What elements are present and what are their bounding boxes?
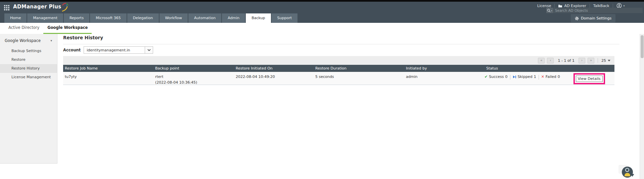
chevron-down-icon	[608, 60, 610, 61]
cell-job-name: tu7yty	[63, 72, 153, 85]
last-page-button[interactable]: »	[588, 58, 594, 63]
divider	[554, 4, 555, 8]
sidebar-item-restore[interactable]: Restore	[0, 55, 57, 64]
admanager-plus-app: ADManager Plus License AD Explorer	[0, 0, 644, 179]
tab-automation[interactable]: Automation	[188, 13, 221, 23]
account-row: Account identitymanagement.in	[63, 46, 153, 54]
page-range-label: 1 - 1 of 1	[558, 58, 574, 63]
chevron-down-icon: ▾	[624, 4, 625, 7]
sidebar-header-google-workspace[interactable]: Google Workspace ▾	[0, 34, 57, 47]
backup-point-name: rtert	[155, 75, 163, 79]
status-failed-count: 0	[558, 75, 560, 79]
status-success: ✔ Success 0	[485, 75, 508, 79]
ad-objects-search: ▾	[546, 8, 643, 13]
sidebar-item-restore-history[interactable]: Restore History	[0, 64, 57, 73]
account-select-value: identitymanagement.in	[84, 48, 145, 52]
tab-management[interactable]: Management	[27, 13, 63, 23]
logo-swoosh-icon	[62, 3, 68, 12]
talkback-link[interactable]: TalkBack	[593, 4, 609, 8]
app-logo-text: ADManager Plus	[13, 4, 61, 10]
view-details-button[interactable]: View Details	[576, 76, 603, 82]
status-skipped: Skipped 1	[513, 75, 536, 79]
divider	[598, 58, 598, 63]
page-title: Restore History	[63, 35, 103, 40]
column-header-duration: Restore Duration	[314, 65, 404, 72]
status-success-count: 0	[505, 75, 508, 79]
column-header-initiated-on: Restore Initiated On	[234, 65, 314, 72]
chat-bubble-tail	[631, 173, 635, 177]
tab-active-directory[interactable]: Active Directory	[4, 23, 43, 34]
ad-explorer-label: AD Explorer	[564, 4, 586, 8]
cell-initiated-on: 2022-08-04 10:49:20	[234, 72, 314, 85]
search-icon	[547, 9, 551, 12]
sidebar-item-backup-settings[interactable]: Backup Settings	[0, 47, 57, 55]
sidebar-item-license-management[interactable]: License Management	[0, 73, 57, 82]
search-scope-button[interactable]: ▾	[546, 8, 553, 13]
restore-history-table: Restore Job Name Backup point Restore In…	[63, 65, 614, 85]
secondary-nav: Active Directory Google Workspace	[0, 23, 644, 34]
prev-page-button[interactable]: ‹	[547, 58, 554, 63]
status-success-label: Success	[489, 75, 504, 79]
sidebar: Google Workspace ▾ Backup Settings Resto…	[0, 34, 57, 164]
tab-reports[interactable]: Reports	[64, 13, 89, 23]
logo-area: ADManager Plus	[4, 4, 68, 12]
folder-icon	[558, 4, 562, 8]
gear-icon	[575, 16, 579, 20]
cell-duration: 5 seconds	[314, 72, 404, 85]
chevron-down-icon: ▾	[551, 9, 552, 12]
chevron-down-icon: ▾	[50, 39, 52, 42]
tab-google-workspace[interactable]: Google Workspace	[43, 23, 92, 34]
column-header-backup-point: Backup point	[153, 65, 234, 72]
domain-settings-button[interactable]: Domain Settings	[571, 14, 615, 23]
divider	[539, 75, 539, 80]
view-details-highlight: View Details	[573, 73, 605, 84]
status-skipped-count: 1	[534, 75, 536, 79]
chevron-down-icon[interactable]	[145, 47, 153, 53]
tab-home[interactable]: Home	[4, 13, 27, 23]
scrollbar-thumb[interactable]	[641, 35, 644, 58]
tab-backup[interactable]: Backup	[246, 13, 271, 23]
license-link[interactable]: License	[537, 4, 551, 8]
divider	[590, 4, 590, 8]
tab-admin[interactable]: Admin	[222, 13, 245, 23]
apps-grid-icon[interactable]	[4, 5, 9, 10]
vertical-scrollbar[interactable]	[640, 34, 644, 179]
page-size-select[interactable]: 25	[601, 58, 610, 63]
chat-person-body	[625, 173, 630, 176]
account-label: Account	[63, 48, 81, 52]
cross-icon: ✕	[541, 75, 544, 79]
cell-initiated-by: admin	[404, 72, 485, 85]
app-header: ADManager Plus License AD Explorer	[0, 2, 644, 13]
column-header-initiated-by: Initiated by	[404, 65, 485, 72]
backup-point-time: (2022-08-04 10:36:45)	[155, 80, 234, 85]
status-failed: ✕ Failed 0	[541, 75, 560, 79]
support-chat-button[interactable]	[622, 167, 633, 178]
app-logo: ADManager Plus	[13, 4, 68, 12]
column-header-status: Status	[485, 65, 614, 72]
chat-person-head	[625, 168, 629, 172]
tab-delegation[interactable]: Delegation	[127, 13, 159, 23]
search-input[interactable]	[553, 8, 643, 13]
primary-nav: Home Management Reports Microsoft 365 De…	[0, 13, 644, 23]
account-select[interactable]: identitymanagement.in	[84, 46, 153, 54]
divider	[613, 4, 613, 8]
tab-microsoft-365[interactable]: Microsoft 365	[90, 13, 127, 23]
divider	[510, 75, 510, 80]
sidebar-header-label: Google Workspace	[5, 38, 41, 43]
tab-support[interactable]: Support	[272, 13, 297, 23]
domain-settings-label: Domain Settings	[581, 16, 611, 20]
pagination-bar: « ‹ 1 - 1 of 1 › » 25	[63, 56, 614, 65]
cell-backup-point: rtert (2022-08-04 10:36:45)	[153, 72, 234, 85]
table-row: tu7yty rtert (2022-08-04 10:36:45) 2022-…	[63, 72, 614, 85]
first-page-button[interactable]: «	[538, 58, 545, 63]
column-header-job-name: Restore Job Name	[63, 65, 153, 72]
check-icon: ✔	[485, 75, 488, 79]
table-header-row: Restore Job Name Backup point Restore In…	[63, 65, 614, 72]
ad-explorer-link[interactable]: AD Explorer	[558, 4, 586, 8]
next-page-button[interactable]: ›	[579, 58, 585, 63]
status-failed-label: Failed	[546, 75, 556, 79]
skip-icon	[513, 75, 516, 79]
tab-workflow[interactable]: Workflow	[159, 13, 188, 23]
page-size-value: 25	[601, 58, 606, 63]
status-skipped-label: Skipped	[518, 75, 533, 79]
